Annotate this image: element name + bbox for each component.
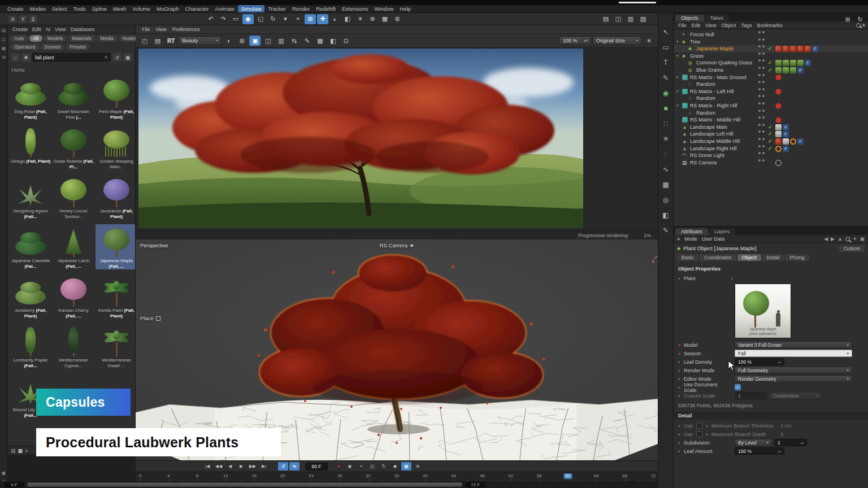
- anim-dot[interactable]: ●: [678, 343, 684, 347]
- frame-tick-8[interactable]: 8: [196, 473, 198, 479]
- search-icon[interactable]: [845, 237, 850, 241]
- editor-visibility-dot[interactable]: [758, 59, 761, 62]
- record-position-icon[interactable]: ⌖: [356, 462, 366, 470]
- viewport-label[interactable]: Perspective: [140, 242, 168, 249]
- green-material-chip[interactable]: [775, 60, 782, 66]
- section-tab-detail[interactable]: Detail: [762, 254, 784, 261]
- swap-ab-icon[interactable]: ⇆: [288, 36, 300, 46]
- editor-visibility-dot[interactable]: [758, 102, 761, 104]
- play-button[interactable]: ▶: [236, 462, 246, 470]
- timeline-ruler[interactable]: 04812162024283236404448525660646872: [136, 472, 658, 481]
- menu-modes[interactable]: Modes: [27, 5, 49, 12]
- object-row-rs-matrix-main-ground[interactable]: ▾∷RS Matrix - Main Ground: [674, 74, 868, 81]
- enabled-check-icon[interactable]: ✓: [768, 138, 772, 145]
- tab-objects[interactable]: Objects: [675, 15, 704, 21]
- editor-visibility-dot[interactable]: [758, 38, 761, 41]
- menu-extensions[interactable]: Extensions: [339, 5, 371, 12]
- use-checkbox[interactable]: [696, 422, 702, 429]
- anim-dot[interactable]: ●: [678, 450, 684, 453]
- add-keyframe-icon[interactable]: ⊕: [413, 462, 423, 470]
- green-material-chip[interactable]: [790, 67, 796, 73]
- asset-menu-databases[interactable]: Databases: [68, 27, 97, 32]
- grid-icon[interactable]: ▦: [314, 36, 326, 46]
- menu-mograph[interactable]: MoGraph: [154, 5, 182, 12]
- layer-tag-icon[interactable]: F: [783, 146, 789, 152]
- filter-tab-all[interactable]: All: [29, 35, 42, 42]
- grey-material-chip[interactable]: [775, 131, 782, 137]
- preset-button[interactable]: Custom: [839, 245, 865, 252]
- viewport-solo-icon[interactable]: ▭: [660, 42, 671, 53]
- editor-visibility-dot[interactable]: [758, 124, 761, 126]
- layout-b-icon[interactable]: ◫: [613, 14, 624, 24]
- render-view-icon[interactable]: ◐: [329, 14, 341, 24]
- menu-character[interactable]: Character: [183, 5, 212, 12]
- render-settings-gear-icon[interactable]: ✳: [643, 36, 654, 46]
- goto-start-button[interactable]: |◀: [202, 462, 212, 470]
- asset-tile-japanese-maple[interactable]: Japanese Maple (Fall, ...: [96, 224, 135, 269]
- red-material-chip[interactable]: [790, 46, 796, 52]
- red-material-chip[interactable]: [775, 46, 782, 52]
- render-visibility-dot[interactable]: [762, 110, 765, 112]
- om-menu-bookmarks[interactable]: Bookmarks: [754, 23, 784, 28]
- editor-visibility-dot[interactable]: [758, 74, 761, 76]
- coordinate-system-icon[interactable]: ⌖: [292, 14, 303, 24]
- frame-tick-16[interactable]: 16: [251, 473, 257, 479]
- previous-frame-button[interactable]: ◀: [225, 462, 235, 470]
- object-row-rs-dome-light[interactable]: ◠RS Dome Light: [674, 152, 868, 159]
- settings-gear-icon[interactable]: ✳: [853, 236, 857, 242]
- editor-visibility-dot[interactable]: [758, 152, 761, 154]
- object-row-rs-matrix-left-hill[interactable]: ▾∷RS Matrix - Left Hill: [674, 88, 868, 95]
- asset-tile-mediterranean-cypres[interactable]: Mediterranean Cypres...: [53, 324, 94, 369]
- layer-tag-icon[interactable]: F: [805, 60, 811, 66]
- viewport-camera-label[interactable]: RS Camera ◉: [380, 242, 414, 249]
- section-tab-phong[interactable]: Phong: [785, 254, 809, 261]
- anim-dot[interactable]: ●: [678, 394, 684, 398]
- search-input-field[interactable]: [35, 55, 104, 60]
- expand-icon[interactable]: ▾: [676, 102, 679, 110]
- detail-row-subdivision[interactable]: ●SubdivisionBy Level▾1▴▾: [678, 438, 863, 447]
- search-lock-icon[interactable]: ▣: [123, 53, 132, 62]
- render-settings-icon[interactable]: ✳: [354, 14, 366, 24]
- asset-menu-create[interactable]: Create: [10, 27, 30, 32]
- filter-tab-presets[interactable]: Presets: [66, 43, 90, 50]
- render-visibility-dot[interactable]: [762, 74, 765, 76]
- last-tool-icon[interactable]: ▾: [280, 14, 291, 24]
- filter-tab-scenes[interactable]: Scenes: [41, 43, 64, 50]
- tab-attributes[interactable]: Attributes: [675, 228, 708, 235]
- attr-row-custom-scale[interactable]: ●Custom Scale1Centimeters▾: [678, 391, 863, 400]
- detail-row-leaf-amount[interactable]: ●Leaf Amount100 %▴▾: [678, 447, 863, 455]
- render-pass-dropdown[interactable]: Beauty▾: [179, 36, 222, 45]
- rigid-body-icon[interactable]: ■: [660, 103, 671, 114]
- section-tab-object[interactable]: Object: [737, 254, 761, 261]
- frame-tick-24[interactable]: 24: [309, 473, 314, 479]
- section-tab-basic[interactable]: Basic: [677, 254, 698, 261]
- asset-tile-dog-rose[interactable]: Dog-Rose (Fall, Plant): [10, 75, 51, 120]
- attr-row-leaf-density[interactable]: ●Leaf Density100 %▴▾: [678, 358, 863, 366]
- frame-tick-28[interactable]: 28: [337, 473, 342, 479]
- enabled-check-icon[interactable]: ✓: [768, 67, 772, 74]
- enabled-check-icon[interactable]: ✓: [768, 130, 772, 138]
- layout-a-icon[interactable]: ▤: [600, 14, 611, 24]
- object-row-rs-matrix-middle-hill[interactable]: ∷RS Matrix - Middle Hill: [674, 116, 868, 124]
- render-visibility-dot[interactable]: [762, 116, 765, 119]
- asset-tile-japanese-larch[interactable]: Japanese Larch (Fall, ...: [53, 224, 94, 269]
- object-row-blue-grama[interactable]: ψBlue Grama✓F: [674, 67, 868, 74]
- enabled-check-icon[interactable]: ✓: [768, 124, 772, 131]
- record-parameter-icon[interactable]: ◆: [390, 462, 400, 470]
- editor-visibility-dot[interactable]: [758, 53, 761, 55]
- undo-icon[interactable]: ↶: [205, 14, 216, 24]
- current-frame-field[interactable]: 60 F: [305, 463, 328, 470]
- red-material-chip[interactable]: [797, 46, 804, 52]
- render-visibility-dot[interactable]: [762, 45, 765, 47]
- menu-help[interactable]: Help: [397, 5, 414, 12]
- layout-c-icon[interactable]: ▥: [625, 14, 636, 24]
- dock-lock-icon[interactable]: ▣: [2, 471, 6, 476]
- stepper-icon[interactable]: ▴▾: [778, 361, 781, 363]
- enabled-check-icon[interactable]: ✓: [768, 45, 772, 53]
- green-material-chip[interactable]: [790, 60, 796, 66]
- menu-animate[interactable]: Animate: [212, 5, 237, 12]
- render-visibility-dot[interactable]: [762, 95, 765, 97]
- render-visibility-dot[interactable]: [762, 124, 765, 126]
- camera-tool-icon[interactable]: ◎: [660, 194, 671, 206]
- cloth-icon[interactable]: ▦: [660, 179, 671, 190]
